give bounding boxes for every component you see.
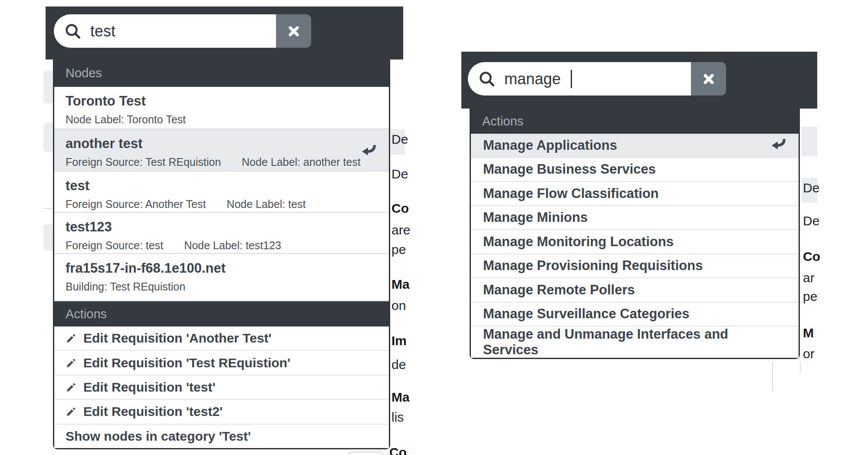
node-result-row[interactable]: fra15s17-in-f68.1e100.netBuilding: Test … [54,254,389,301]
node-fields: Foreign Source: Another TestNode Label: … [66,198,378,211]
action-row[interactable]: Manage Surveillance Categories [471,303,799,327]
action-row[interactable]: Edit Requisition 'Test REquistion' [54,351,389,375]
left-search-input[interactable]: test [54,14,276,48]
node-title: fra15s17-in-f68.1e100.net [66,260,378,276]
action-label: Manage Monitoring Locations [483,234,674,250]
left-search-bar: test [54,14,311,48]
background-text-fragment: ar [803,271,815,284]
node-result-row[interactable]: test123Foreign Source: testNode Label: t… [54,213,389,254]
action-label: Manage Remote Pollers [483,282,635,298]
background-text-fragment: on [391,299,406,312]
return-arrow-icon [360,142,377,159]
action-row[interactable]: Manage Business Services [471,158,799,182]
page: DeDeCoarepeMaonImdeMalisCoDeDeCoarpeMor … [0,0,868,455]
background-text-fragment: Ma [391,278,410,291]
action-label: Edit Requisition 'Another Test' [83,331,272,346]
background-text-fragment: are [391,224,410,237]
left-clear-search-button[interactable] [276,14,311,48]
node-fields: Building: Test REquistion [66,280,378,293]
action-label: Manage Minions [483,210,588,225]
background-text-fragment: or [803,347,815,360]
node-title: test123 [66,219,378,235]
background-text-fragment: Co [391,202,409,215]
background-text-fragment: M [803,326,814,340]
node-field: Building: Test REquistion [66,280,185,293]
background-text-fragment: Im [391,334,407,347]
background-text-fragment: De [803,214,819,228]
nodes-section-title: Nodes [66,66,102,80]
action-row[interactable]: Manage and Unmanage Interfaces and Servi… [471,326,799,358]
background-text-fragment: Co [803,250,820,263]
actions-section-header-right: Actions [471,109,799,134]
node-fields: Node Label: Toronto Test [66,113,378,126]
right-search-bar: manage [468,62,726,96]
left-search-results-dropdown: Nodes Toronto TestNode Label: Toronto Te… [53,59,390,449]
node-field: Foreign Source: test [66,239,163,252]
action-label: Edit Requisition 'test2' [83,404,223,419]
x-cross-icon [702,73,715,86]
action-label: Manage Business Services [483,162,656,177]
node-fields: Foreign Source: Test REquistionNode Labe… [66,156,378,168]
search-icon [65,23,81,40]
action-label: Manage Provisioning Requisitions [483,258,703,274]
node-result-row[interactable]: testForeign Source: Another TestNode Lab… [54,171,389,213]
node-field: Node Label: Toronto Test [66,113,186,126]
action-label: Edit Requisition 'test' [83,380,215,395]
x-cross-icon [287,25,300,38]
action-row[interactable]: Manage Monitoring Locations [471,230,799,254]
background-row-band [43,224,54,251]
return-arrow-icon [770,136,786,155]
left-search-header: test [46,7,403,59]
node-title: Toronto Test [66,93,378,109]
pencil-icon [66,382,77,393]
background-table-border [772,362,773,391]
action-row[interactable]: Manage Applications [471,134,799,158]
right-search-value: manage [504,71,561,87]
pencil-icon [66,406,77,417]
right-clear-search-button[interactable] [691,62,726,96]
right-search-results-dropdown: Actions Manage Applications Manage Busin… [470,109,800,359]
action-results-list-left: Edit Requisition 'Another Test' Edit Req… [54,326,389,448]
action-row[interactable]: Manage Remote Pollers [471,278,799,303]
node-fields: Foreign Source: testNode Label: test123 [66,239,378,252]
action-row[interactable]: Manage Flow Classification [471,182,799,206]
background-text-fragment: Co [389,446,407,455]
action-row[interactable]: Show nodes in category 'Test' [54,425,389,448]
node-results-list: Toronto TestNode Label: Toronto Testanot… [54,87,389,301]
action-label: Show nodes in category 'Test' [66,429,251,444]
background-text-fragment: De [391,133,408,146]
text-cursor [571,70,572,88]
action-row[interactable]: Edit Requisition 'Another Test' [54,326,389,351]
action-row[interactable]: Manage Minions [471,206,799,231]
right-search-header: manage [461,52,817,109]
background-row-band [802,127,817,156]
action-row[interactable]: Edit Requisition 'test' [54,376,389,400]
action-row[interactable]: Edit Requisition 'test2' [54,400,389,424]
node-field: Node Label: test [227,198,306,211]
right-search-input[interactable]: manage [468,62,691,96]
action-label: Manage Applications [483,138,617,153]
node-result-row[interactable]: another testForeign Source: Test REquist… [54,129,389,171]
node-result-row[interactable]: Toronto TestNode Label: Toronto Test [54,87,389,129]
actions-section-title-right: Actions [482,114,523,129]
left-search-value: test [90,23,115,39]
action-label: Manage Surveillance Categories [483,306,690,322]
background-text-fragment: lis [391,411,404,424]
action-label: Manage Flow Classification [483,186,659,201]
pencil-icon [66,333,77,344]
background-text-fragment: de [391,358,406,371]
action-label: Edit Requisition 'Test REquistion' [83,356,290,370]
actions-section-header-left: Actions [54,301,389,326]
background-text-fragment: De [391,168,408,181]
background-text-fragment: Ma [391,391,410,404]
action-results-list-right: Manage Applications Manage Business Serv… [471,134,799,358]
node-field: Node Label: test123 [184,239,281,252]
action-label: Manage and Unmanage Interfaces and Servi… [483,326,786,358]
search-icon [479,71,495,87]
background-row-band [43,71,54,103]
action-row[interactable]: Manage Provisioning Requisitions [471,254,799,279]
pencil-icon [66,357,77,369]
background-partial-control [348,452,384,455]
node-field: Node Label: another test [242,156,361,168]
node-title: another test [66,136,378,152]
